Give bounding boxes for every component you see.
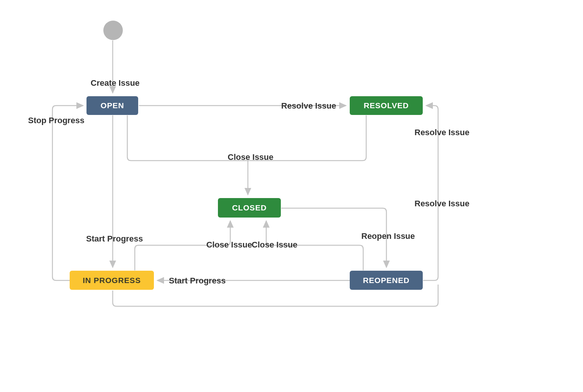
state-reopened: REOPENED — [350, 271, 423, 290]
label-start-progress: Start Progress — [86, 234, 143, 244]
label-close-issue-inprogress: Close Issue — [206, 240, 252, 250]
state-start — [103, 21, 123, 40]
label-resolve-issue-inprogress: Resolve Issue — [415, 199, 470, 209]
label-stop-progress: Stop Progress — [28, 116, 84, 125]
edges-layer — [0, 0, 583, 392]
state-open-label: OPEN — [101, 101, 124, 110]
state-closed: CLOSED — [218, 198, 281, 218]
state-resolved: RESOLVED — [350, 96, 423, 115]
label-close-issue-reopened: Close Issue — [252, 240, 297, 250]
label-start-progress-reopened: Start Progress — [169, 276, 226, 286]
label-reopen-issue: Reopen Issue — [361, 231, 415, 241]
state-reopened-label: REOPENED — [363, 276, 410, 285]
state-in-progress: IN PROGRESS — [70, 271, 154, 290]
state-closed-label: CLOSED — [232, 203, 267, 212]
label-resolve-issue: Resolve Issue — [281, 101, 336, 111]
state-resolved-label: RESOLVED — [364, 101, 409, 110]
state-in-progress-label: IN PROGRESS — [83, 276, 141, 285]
label-close-issue: Close Issue — [228, 152, 273, 162]
state-open: OPEN — [86, 96, 138, 115]
label-resolve-issue-reopened: Resolve Issue — [415, 128, 470, 137]
edge-stop-progress — [52, 106, 83, 280]
label-create-issue: Create Issue — [91, 78, 140, 88]
workflow-diagram: OPEN RESOLVED CLOSED IN PROGRESS REOPENE… — [0, 0, 583, 392]
